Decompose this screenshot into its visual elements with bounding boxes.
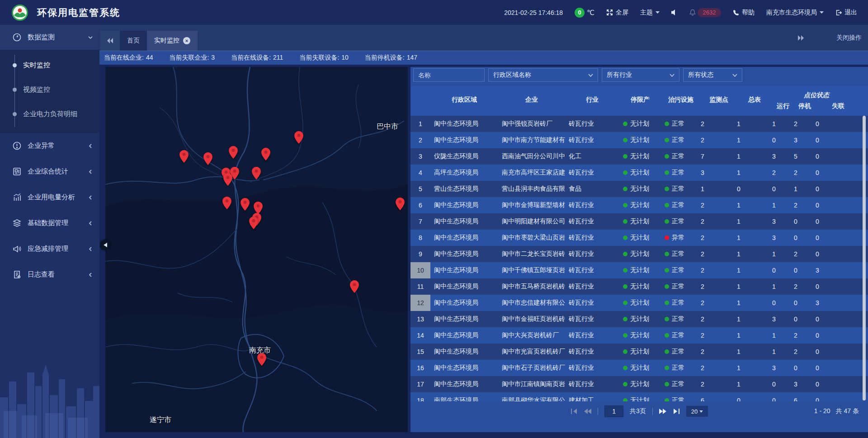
- sidebar-item-realtime-monitor[interactable]: 实时监控: [0, 53, 99, 77]
- sidebar-item-company-statistics[interactable]: 企业综合统计: [0, 159, 99, 184]
- sidebar: 数据监测 实时监控 视频监控 企业电力负荷明细 企业异常 企业综合统计 企业用电…: [0, 25, 99, 438]
- map-pin-icon[interactable]: [229, 146, 238, 159]
- table-row[interactable]: 6 阆中生态环境局 阆中市金博瑞新型墙材 砖瓦行业 无计划 正常 2: [410, 197, 868, 213]
- cell-total-meter: 1: [737, 137, 772, 144]
- sidebar-collapse-button[interactable]: [100, 240, 111, 250]
- stat-item: 当前失联企业: 3: [169, 54, 215, 62]
- map-pin-icon[interactable]: [350, 280, 359, 293]
- map-pin-icon[interactable]: [257, 353, 266, 366]
- tab-bar: 首页 实时监控 × 关闭操作: [99, 25, 868, 51]
- map-pin-icon[interactable]: [223, 173, 232, 186]
- map-pin-icon[interactable]: [241, 198, 250, 211]
- map-pin-icon[interactable]: [254, 202, 263, 214]
- fullscreen-button[interactable]: 全屏: [606, 9, 628, 17]
- sidebar-item-power-load-detail[interactable]: 企业电力负荷明细: [0, 102, 99, 126]
- cell-industry: 砖瓦行业: [565, 364, 619, 372]
- table-row[interactable]: 16 阆中生态环境局 阆中市石子页岩机砖厂 砖瓦行业 无计划 正常 2: [410, 360, 868, 376]
- table-row[interactable]: 9 阆中生态环境局 阆中市二龙长宝页岩砖 砖瓦行业 无计划 正常 2: [410, 246, 868, 262]
- row-index: 16: [410, 360, 430, 376]
- table-row[interactable]: 14 阆中生态环境局 阆中大兴页岩机砖厂 砖瓦行业 无计划 正常 2: [410, 327, 868, 344]
- page-size-select[interactable]: 20: [686, 406, 708, 417]
- map-pin-icon[interactable]: [294, 131, 303, 144]
- menu-dot-icon: [13, 63, 17, 67]
- table-row[interactable]: 17 阆中生态环境局 阆中市江南镇阆南页岩 砖瓦行业 无计划 正常 2: [410, 376, 868, 392]
- facility-label: 正常: [672, 299, 684, 307]
- industry-filter-select[interactable]: 所有行业: [602, 68, 679, 82]
- chevron-down-icon: [820, 11, 824, 14]
- cell-monitor-points: 2: [701, 234, 737, 241]
- map-pin-icon[interactable]: [261, 148, 270, 160]
- cell-offline: 0: [816, 185, 861, 193]
- table-row[interactable]: 4 高坪生态环境局 南充市高坪区王家店建 砖瓦行业 无计划 正常 3: [410, 165, 868, 181]
- table-row[interactable]: 11 阆中生态环境局 阆中市五马桥页岩机砖 砖瓦行业 无计划 正常 2: [410, 278, 868, 295]
- sidebar-item-emergency-reduction[interactable]: 应急减排管理: [0, 236, 99, 262]
- sidebar-item-power-analysis[interactable]: 企业用电量分析: [0, 184, 99, 210]
- table-row[interactable]: 2 阆中生态环境局 阆中市南方节能建材有 砖瓦行业 无计划 正常 2: [410, 132, 868, 148]
- cell-industry: 砖瓦行业: [565, 250, 619, 258]
- notification-badge[interactable]: 2632: [689, 8, 721, 17]
- map-panel[interactable]: 巴中市 南充市 遂宁市: [105, 67, 408, 432]
- tabs-scroll-right-button[interactable]: [797, 35, 804, 41]
- cell-industry: 砖瓦行业: [565, 120, 619, 128]
- map-pin-icon[interactable]: [222, 197, 231, 209]
- sidebar-item-base-data[interactable]: 基础数据管理: [0, 210, 99, 236]
- mute-button[interactable]: [671, 9, 678, 15]
- table-row[interactable]: 8 阆中生态环境局 阆中市枣碧大梁山页岩 砖瓦行业 无计划 异常 2: [410, 230, 868, 246]
- table-row[interactable]: 18 南部生态环境局 南部县砌华水泥有限公 建材加工 无计划 正常 6: [410, 392, 868, 401]
- cell-running: 0: [772, 137, 794, 144]
- sidebar-item-video-monitor[interactable]: 视频监控: [0, 77, 99, 102]
- map-pin-icon[interactable]: [179, 150, 189, 163]
- first-page-button[interactable]: [571, 408, 578, 414]
- page-number-input[interactable]: [604, 405, 623, 417]
- table-row[interactable]: 12 阆中生态环境局 阆中市忠信建材有限公 砖瓦行业 无计划 正常 2: [410, 295, 868, 311]
- cell-region: 高坪生态环境局: [430, 169, 498, 177]
- table-scrollbar[interactable]: [863, 116, 866, 400]
- cell-monitor-points: 2: [701, 364, 737, 372]
- facility-label: 正常: [672, 283, 684, 291]
- tab-realtime-monitor[interactable]: 实时监控 ×: [147, 31, 198, 51]
- cell-total-meter: 1: [737, 267, 772, 274]
- cell-stopped: 0: [794, 316, 816, 323]
- table-row[interactable]: 13 阆中生态环境局 阆中市金福旺页岩机砖 砖瓦行业 无计划 正常 2: [410, 311, 868, 327]
- table-row[interactable]: 10 阆中生态环境局 阆中千佛镇五郎垭页岩 砖瓦行业 无计划 正常 2: [410, 262, 868, 278]
- cell-running: 0: [772, 397, 794, 401]
- help-button[interactable]: 帮助: [733, 9, 755, 17]
- tab-home[interactable]: 首页: [120, 31, 147, 51]
- stat-item: 当前在线企业: 44: [104, 54, 153, 62]
- map-pin-icon[interactable]: [249, 217, 258, 229]
- last-page-button[interactable]: [673, 408, 680, 414]
- tab-close-icon[interactable]: ×: [183, 37, 190, 44]
- sidebar-item-log-view[interactable]: 日志查看: [0, 262, 99, 287]
- cell-region: 阆中生态环境局: [430, 120, 498, 128]
- status-filter-select[interactable]: 所有状态: [683, 68, 742, 82]
- table-row[interactable]: 3 仪陇生态环境局 西南油气田分公司川中 化工 无计划 正常 7: [410, 148, 868, 165]
- region-filter-select[interactable]: 行政区域名称: [488, 68, 598, 82]
- log-icon: [13, 270, 21, 279]
- table-row[interactable]: 1 阆中生态环境局 阆中强锐页岩砖厂 砖瓦行业 无计划 正常 2: [410, 116, 868, 132]
- name-search-field[interactable]: [413, 68, 485, 82]
- cell-running: 1: [772, 348, 794, 355]
- tabs-scroll-left-button[interactable]: [100, 31, 120, 51]
- row-index: 8: [410, 230, 430, 246]
- status-dot-icon: [665, 268, 669, 273]
- theme-dropdown[interactable]: 主题: [640, 9, 660, 17]
- map-pin-icon[interactable]: [203, 152, 212, 165]
- status-filter-value: 所有状态: [688, 71, 713, 79]
- close-operations-button[interactable]: 关闭操作: [836, 34, 862, 42]
- table-row[interactable]: 15 阆中生态环境局 阆中市光富页岩机砖厂 砖瓦行业 无计划 正常 2: [410, 344, 868, 360]
- prev-page-button[interactable]: [584, 408, 591, 414]
- cell-offline: 0: [816, 234, 861, 241]
- logout-button[interactable]: 退出: [835, 9, 857, 17]
- map-pin-icon[interactable]: [396, 198, 405, 210]
- name-search-input[interactable]: [418, 71, 480, 79]
- org-dropdown[interactable]: 南充市生态环境局: [766, 9, 824, 17]
- next-page-button[interactable]: [659, 408, 666, 414]
- map-pin-icon[interactable]: [252, 167, 261, 179]
- temperature-value: 0: [575, 8, 585, 18]
- cell-offline: 0: [816, 120, 861, 127]
- sidebar-item-data-monitoring[interactable]: 数据监测: [0, 25, 99, 50]
- cell-stop-prod: 无计划: [619, 283, 661, 291]
- table-row[interactable]: 5 营山生态环境局 营山县润丰肉食品有限 食品 无计划 正常 1: [410, 181, 868, 197]
- table-row[interactable]: 7 阆中生态环境局 阆中明阳建材有限公司 砖瓦行业 无计划 正常 2: [410, 213, 868, 230]
- sidebar-item-company-abnormal[interactable]: 企业异常: [0, 133, 99, 159]
